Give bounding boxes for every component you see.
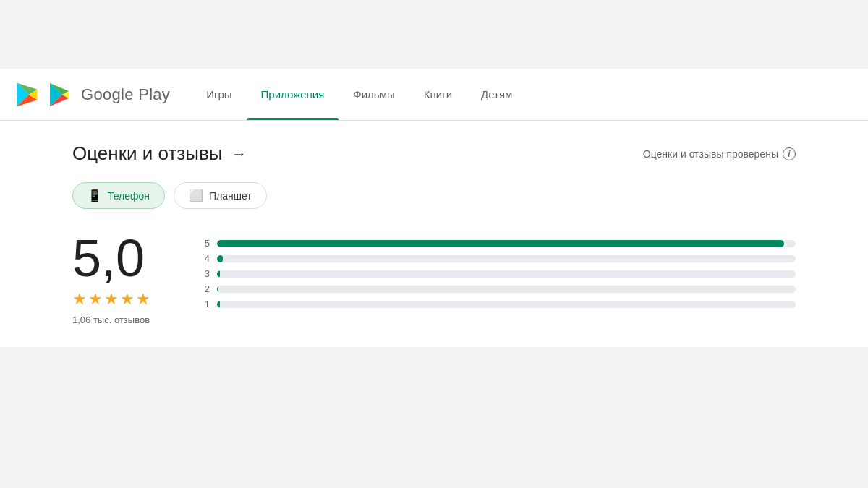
bar-fill-4	[217, 255, 223, 262]
top-bar	[0, 0, 868, 69]
section-title: Оценки и отзывы	[72, 142, 222, 165]
play-logo-icon	[14, 82, 41, 108]
bar-track-4	[217, 255, 796, 262]
bar-fill-1	[217, 301, 220, 308]
main-content: Оценки и отзывы → Оценки и отзывы провер…	[0, 121, 868, 347]
tab-tablet-label: Планшет	[209, 190, 252, 202]
google-play-logo-icon	[48, 82, 74, 108]
star-3: ★	[104, 290, 119, 309]
device-tabs: 📱 Телефон ⬜ Планшет	[72, 182, 796, 209]
bar-track-1	[217, 301, 796, 308]
nav-item-kids[interactable]: Детям	[467, 69, 527, 120]
bar-label-4: 4	[203, 253, 210, 264]
bar-row: 3	[203, 268, 796, 279]
star-1: ★	[72, 290, 87, 309]
bar-track-5	[217, 240, 796, 247]
logo-area: Google Play	[14, 82, 170, 108]
bar-track-2	[217, 286, 796, 293]
section-title-group: Оценки и отзывы →	[72, 142, 247, 165]
logo-text: Google Play	[81, 85, 170, 104]
phone-icon: 📱	[88, 189, 102, 202]
bar-fill-2	[217, 286, 218, 293]
info-icon[interactable]: i	[783, 147, 796, 160]
bar-label-3: 3	[203, 268, 210, 279]
bar-row: 5	[203, 238, 796, 249]
rating-section: 5,0 ★ ★ ★ ★ ★ 1,06 тыс. отзывов 54321	[72, 232, 796, 325]
nav-item-books[interactable]: Книги	[409, 69, 467, 120]
nav-item-games[interactable]: Игры	[192, 69, 246, 120]
review-count: 1,06 тыс. отзывов	[72, 314, 150, 325]
star-5: ★	[136, 290, 150, 309]
bottom-area	[0, 347, 868, 488]
tab-phone-label: Телефон	[108, 190, 150, 202]
bar-track-3	[217, 270, 796, 278]
tab-tablet[interactable]: ⬜ Планшет	[174, 182, 267, 209]
tab-phone[interactable]: 📱 Телефон	[72, 182, 165, 209]
bar-row: 1	[203, 299, 796, 309]
verified-label: Оценки и отзывы проверены i	[643, 147, 796, 160]
rating-score-area: 5,0 ★ ★ ★ ★ ★ 1,06 тыс. отзывов	[72, 232, 174, 325]
bar-row: 2	[203, 283, 796, 294]
rating-bars: 54321	[203, 232, 796, 309]
verified-text: Оценки и отзывы проверены	[643, 148, 778, 160]
section-header: Оценки и отзывы → Оценки и отзывы провер…	[72, 142, 796, 165]
nav-item-apps[interactable]: Приложения	[247, 69, 339, 120]
nav-bar: Игры Приложения Фильмы Книги Детям	[192, 69, 527, 120]
header: Google Play Игры Приложения Фильмы Книги…	[0, 69, 868, 121]
bar-fill-3	[217, 270, 220, 278]
arrow-right-icon[interactable]: →	[231, 145, 247, 163]
star-2: ★	[88, 290, 103, 309]
tablet-icon: ⬜	[189, 189, 203, 202]
star-4: ★	[120, 290, 135, 309]
bar-fill-5	[217, 240, 784, 247]
nav-item-movies[interactable]: Фильмы	[339, 69, 409, 120]
bar-label-1: 1	[203, 299, 210, 309]
stars-row: ★ ★ ★ ★ ★	[72, 290, 150, 309]
bar-label-5: 5	[203, 238, 210, 249]
bar-label-2: 2	[203, 283, 210, 294]
rating-number: 5,0	[72, 232, 145, 284]
bar-row: 4	[203, 253, 796, 264]
